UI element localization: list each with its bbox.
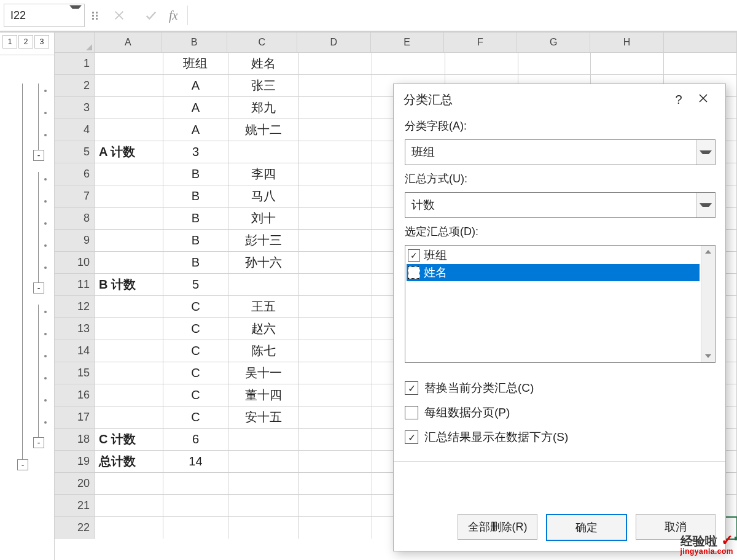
scroll-up-icon[interactable]	[701, 246, 715, 258]
cell[interactable]	[299, 406, 372, 429]
formula-input[interactable]	[194, 4, 737, 27]
cell[interactable]: 姚十二	[228, 119, 299, 141]
cell[interactable]: C	[163, 318, 229, 340]
cell[interactable]	[228, 429, 299, 451]
row-header-22[interactable]: 22	[55, 517, 95, 539]
cell[interactable]: B	[163, 208, 229, 230]
column-header-b[interactable]: B	[162, 33, 227, 52]
cell[interactable]: C	[163, 362, 229, 384]
cell[interactable]	[95, 517, 163, 539]
replace-subtotal-checkbox[interactable]: 替换当前分类汇总(C)	[405, 380, 716, 396]
cell[interactable]	[299, 163, 372, 185]
cell[interactable]: A	[163, 97, 229, 119]
cell[interactable]: B	[163, 185, 229, 208]
column-header-h[interactable]: H	[590, 33, 663, 52]
cell[interactable]	[299, 75, 372, 97]
cell[interactable]	[95, 406, 163, 429]
listbox-scrollbar[interactable]	[701, 246, 715, 362]
cell[interactable]	[445, 53, 518, 75]
checkbox-icon[interactable]	[408, 249, 420, 262]
cell[interactable]	[95, 384, 163, 406]
cell[interactable]: 5	[163, 274, 229, 296]
select-all-corner[interactable]	[55, 33, 95, 52]
cell[interactable]	[664, 53, 737, 75]
column-header-f[interactable]: F	[444, 33, 517, 52]
fx-icon[interactable]: fx	[169, 9, 177, 23]
column-header-d[interactable]: D	[297, 33, 370, 52]
cell[interactable]: 王五	[228, 296, 299, 318]
cell[interactable]: 赵六	[228, 318, 299, 340]
cell[interactable]: 张三	[228, 75, 299, 97]
cell[interactable]	[163, 473, 229, 495]
cell[interactable]	[299, 517, 372, 539]
selected-items-listbox[interactable]: 班组 姓名	[405, 245, 716, 363]
row-header-12[interactable]: 12	[55, 296, 95, 318]
row-header-4[interactable]: 4	[55, 119, 95, 141]
cell[interactable]: 总计数	[95, 451, 163, 473]
name-box-dropdown-icon[interactable]	[63, 9, 82, 22]
cell[interactable]	[95, 340, 163, 362]
outline-collapse-grand-total[interactable]: -	[17, 459, 28, 470]
cell[interactable]	[95, 97, 163, 119]
remove-all-button[interactable]: 全部删除(R)	[458, 514, 537, 540]
cell[interactable]	[299, 296, 372, 318]
cell[interactable]: C 计数	[95, 429, 163, 451]
cell[interactable]: C	[163, 384, 229, 406]
cell[interactable]: 李四	[228, 163, 299, 185]
dialog-help-button[interactable]: ?	[666, 93, 691, 107]
outline-level-1-button[interactable]: 1	[2, 35, 17, 49]
page-break-checkbox[interactable]: 每组数据分页(P)	[405, 405, 716, 421]
dialog-titlebar[interactable]: 分类汇总 ?	[394, 84, 725, 115]
cell[interactable]	[95, 185, 163, 208]
cell[interactable]	[299, 252, 372, 274]
dialog-close-button[interactable]	[691, 93, 716, 107]
cell[interactable]: B 计数	[95, 274, 163, 296]
cell[interactable]	[299, 185, 372, 208]
cell[interactable]: C	[163, 296, 229, 318]
cell[interactable]	[95, 495, 163, 517]
cell[interactable]	[95, 53, 163, 75]
cell[interactable]: 陈七	[228, 340, 299, 362]
cell[interactable]: 刘十	[228, 208, 299, 230]
cell[interactable]: A 计数	[95, 141, 163, 163]
cell[interactable]	[299, 473, 372, 495]
row-header-21[interactable]: 21	[55, 495, 95, 517]
cell[interactable]	[163, 495, 229, 517]
cell[interactable]	[95, 230, 163, 252]
cell[interactable]	[228, 473, 299, 495]
cell[interactable]	[591, 53, 664, 75]
cell[interactable]	[299, 141, 372, 163]
checkbox-icon[interactable]	[405, 381, 418, 395]
column-header-i[interactable]	[664, 33, 737, 52]
outline-collapse-group-c[interactable]: -	[33, 437, 44, 448]
cell[interactable]	[299, 230, 372, 252]
cell[interactable]: 马八	[228, 185, 299, 208]
ok-button[interactable]: 确定	[546, 514, 627, 541]
cell[interactable]	[95, 362, 163, 384]
cell[interactable]	[95, 318, 163, 340]
cell[interactable]	[95, 296, 163, 318]
cell[interactable]	[299, 318, 372, 340]
cell[interactable]	[228, 495, 299, 517]
cell[interactable]	[299, 451, 372, 473]
cell[interactable]	[95, 252, 163, 274]
row-header-16[interactable]: 16	[55, 384, 95, 406]
cell[interactable]	[518, 53, 591, 75]
row-header-9[interactable]: 9	[55, 230, 95, 252]
cell[interactable]: A	[163, 75, 229, 97]
cell[interactable]: 孙十六	[228, 252, 299, 274]
cell[interactable]: B	[163, 163, 229, 185]
summary-method-dropdown-icon[interactable]	[696, 193, 715, 217]
row-header-11[interactable]: 11	[55, 274, 95, 296]
cell[interactable]: A	[163, 119, 229, 141]
row-header-14[interactable]: 14	[55, 340, 95, 362]
cell[interactable]: C	[163, 406, 229, 429]
cell[interactable]	[299, 429, 372, 451]
cell[interactable]	[95, 163, 163, 185]
cell[interactable]	[299, 208, 372, 230]
row-header-10[interactable]: 10	[55, 252, 95, 274]
row-header-2[interactable]: 2	[55, 75, 95, 97]
cell[interactable]	[299, 362, 372, 384]
row-header-6[interactable]: 6	[55, 163, 95, 185]
cell[interactable]	[299, 97, 372, 119]
